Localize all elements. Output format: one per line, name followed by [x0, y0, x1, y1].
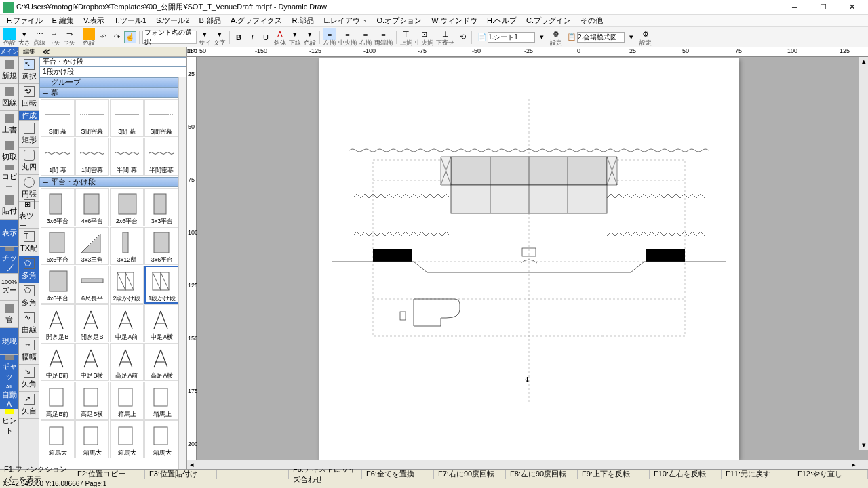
- palette-item[interactable]: 3間 幕: [110, 99, 144, 137]
- palette-item[interactable]: 高足A前: [110, 343, 144, 381]
- palette-item[interactable]: 3x3三角: [75, 227, 109, 265]
- leftbtn-pipe[interactable]: 管: [0, 301, 18, 328]
- palette-item[interactable]: 6尺長平: [75, 266, 109, 304]
- tool-text[interactable]: TTX配: [19, 229, 39, 256]
- palette-item[interactable]: 3x12所: [110, 227, 144, 265]
- palette-item[interactable]: 半間密幕: [144, 138, 178, 176]
- palette-item[interactable]: 3x6平台: [41, 188, 75, 226]
- tool-arrow[interactable]: ↘矢角: [19, 365, 39, 392]
- palette-item[interactable]: 高足B横: [75, 382, 109, 420]
- palette-item[interactable]: 3x3平台: [144, 188, 178, 226]
- palette-item[interactable]: S間密幕: [144, 99, 178, 137]
- leftbtn-line[interactable]: 図線: [0, 84, 18, 111]
- palette-item[interactable]: 箱馬上: [144, 382, 178, 420]
- slant-button[interactable]: A: [274, 28, 286, 40]
- leftbtn-paste[interactable]: 貼付: [0, 192, 18, 220]
- menu-tool2[interactable]: S.ツール2: [152, 15, 194, 26]
- menu-view[interactable]: V.表示: [79, 15, 108, 26]
- valign-top-button[interactable]: ⊤: [400, 28, 412, 40]
- tool-roundrect[interactable]: 丸四: [19, 148, 39, 175]
- canvas-scrollbar-h[interactable]: ◂ ▸: [187, 460, 868, 469]
- tab-edit[interactable]: 編集: [19, 47, 39, 57]
- palette-item[interactable]: 半間 幕: [110, 138, 144, 176]
- bold-button[interactable]: B: [233, 31, 245, 43]
- tool-poly2[interactable]: ⬠多角: [19, 283, 39, 310]
- minimize-button[interactable]: ─: [781, 1, 808, 14]
- palette-cat-group[interactable]: ─グループ: [39, 77, 178, 87]
- tool-rect[interactable]: 矩形: [19, 121, 39, 148]
- drawing-canvas[interactable]: ℄ ▴ ▾: [197, 57, 868, 460]
- leftbtn-new[interactable]: 新規: [0, 57, 18, 84]
- palette-item[interactable]: 箱馬大: [41, 420, 75, 458]
- palette-item[interactable]: 6x6平台: [41, 227, 75, 265]
- palette-item[interactable]: 1段かけ段: [144, 266, 178, 304]
- canvas-scrollbar-v[interactable]: ▴ ▾: [859, 57, 868, 450]
- leftbtn-auto[interactable]: Alt自動A: [0, 382, 18, 409]
- rotate-button[interactable]: ⟲: [456, 31, 469, 43]
- tool-poly[interactable]: ⬠多角: [19, 256, 39, 283]
- palette-item[interactable]: 箱馬上: [110, 382, 144, 420]
- textcolor-button[interactable]: ▾: [304, 28, 316, 40]
- leftbtn-cut[interactable]: 切取: [0, 138, 18, 165]
- palette-item[interactable]: 3x6平台: [144, 227, 178, 265]
- underline-button[interactable]: U: [260, 31, 272, 43]
- palette-item[interactable]: 2段かけ段: [110, 266, 144, 304]
- sheet-set-button[interactable]: ⚙: [550, 28, 562, 40]
- menu-layout[interactable]: L.レイアウト: [319, 15, 371, 26]
- palette-cat-maku[interactable]: ─幕: [39, 87, 178, 98]
- menu-option[interactable]: O.オプション: [373, 15, 427, 26]
- fill-button[interactable]: [83, 28, 95, 40]
- menu-tool1[interactable]: T.ツール1: [110, 15, 151, 26]
- palette-item[interactable]: 1間密幕: [75, 138, 109, 176]
- palette-item[interactable]: 中足A前: [110, 304, 144, 342]
- pointer-button[interactable]: ☝: [124, 31, 136, 43]
- palette-item[interactable]: 中足A横: [144, 304, 178, 342]
- leftbtn-hint[interactable]: ヒント: [0, 409, 18, 436]
- palette-item[interactable]: 開き足B: [75, 304, 109, 342]
- font-dropdown[interactable]: フォント名の選択: [142, 30, 197, 44]
- menu-file[interactable]: F.ファイル: [3, 15, 47, 26]
- fontsize-button[interactable]: ▾: [199, 28, 211, 40]
- valign-mid-button[interactable]: ⊡: [418, 28, 431, 40]
- palette-item[interactable]: 高足A横: [144, 343, 178, 381]
- layer-down-icon[interactable]: ▾: [625, 31, 637, 43]
- palette-cat-dai[interactable]: ─平台・かけ段: [39, 177, 178, 187]
- under2-button[interactable]: ▾: [289, 28, 301, 40]
- tool-curve[interactable]: ∿曲線: [19, 310, 39, 338]
- redo-button[interactable]: ↷: [111, 31, 123, 43]
- menu-other[interactable]: その他: [576, 15, 607, 26]
- align-left-button[interactable]: ≡: [323, 28, 336, 40]
- sheet-down-icon[interactable]: ▾: [536, 31, 548, 43]
- palette-item[interactable]: 開き足B: [41, 304, 75, 342]
- menu-window[interactable]: W.ウィンドウ: [427, 15, 481, 26]
- menu-parts[interactable]: B.部品: [195, 15, 225, 26]
- menu-parts2[interactable]: R.部品: [288, 15, 318, 26]
- palette-item[interactable]: S間 幕: [41, 99, 75, 137]
- tool-table[interactable]: ⊞表ツー: [19, 202, 39, 229]
- align-right-button[interactable]: ≡: [359, 28, 372, 40]
- palette-item[interactable]: 箱馬大: [75, 420, 109, 458]
- color-button[interactable]: [3, 28, 16, 40]
- palette-item[interactable]: 4x6平台: [75, 188, 109, 226]
- menu-graphics[interactable]: A.グラフィクス: [226, 15, 286, 26]
- palette-scrollbar[interactable]: [178, 77, 186, 469]
- palette-item[interactable]: 箱馬大: [144, 420, 178, 458]
- palette-item[interactable]: 2x6平台: [110, 188, 144, 226]
- leftbtn-save[interactable]: 上書: [0, 111, 18, 138]
- leftbtn-copy[interactable]: コピー: [0, 165, 18, 192]
- tool-ellipse[interactable]: 円張: [19, 175, 39, 202]
- menu-plugin[interactable]: C.プラグイン: [522, 15, 575, 26]
- valign-bottom-button[interactable]: ⊥: [439, 28, 452, 40]
- sheet-dropdown[interactable]: [488, 32, 535, 43]
- tab-main[interactable]: メイン: [0, 47, 18, 57]
- palette-item[interactable]: 中足B横: [75, 343, 109, 381]
- palette-item[interactable]: 1間 幕: [41, 138, 75, 176]
- size-button[interactable]: ▾: [18, 28, 31, 40]
- palette-search[interactable]: 1段かけ段: [39, 66, 186, 77]
- palette-item[interactable]: 4x6平台: [41, 266, 75, 304]
- tool-select[interactable]: ↖選択: [19, 57, 39, 84]
- leftbtn-gap[interactable]: ギャッ: [0, 355, 18, 382]
- italic-button[interactable]: I: [246, 31, 258, 43]
- arrow1-button[interactable]: →: [48, 28, 60, 40]
- palette-item[interactable]: 高足B前: [41, 382, 75, 420]
